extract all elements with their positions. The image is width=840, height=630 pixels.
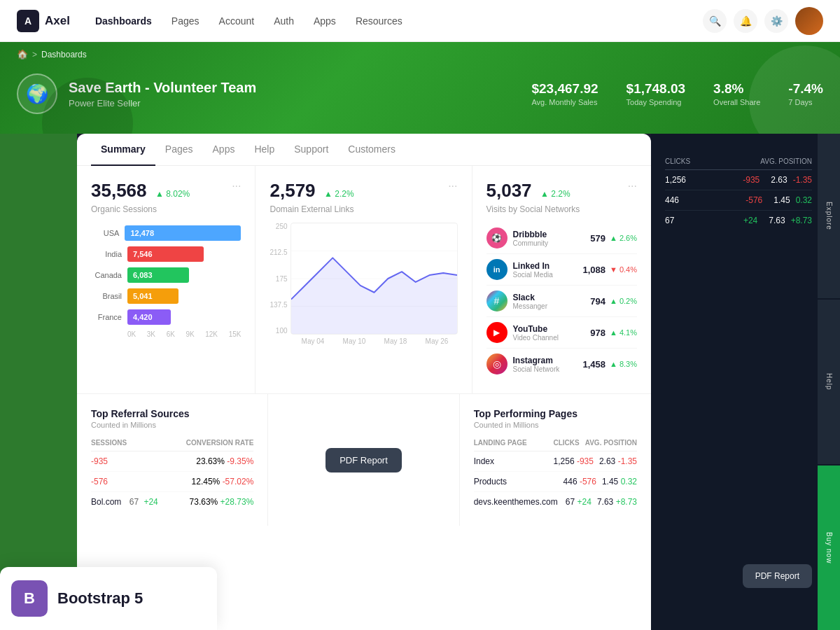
bar-usa: 12,478 <box>125 225 241 241</box>
organic-more[interactable]: ··· <box>232 180 241 192</box>
social-item-dribbble: ⚽ Dribbble Community 579 ▲ 2.6% <box>486 223 637 254</box>
pages-row-3: devs.keenthemes.com 67 +24 7.63 +8.73 <box>474 492 637 512</box>
bar-brasil: 5,041 <box>127 288 178 304</box>
buy-now-button[interactable]: Buy now <box>818 465 840 630</box>
referral-name: Bol.com <box>91 497 121 507</box>
nav-pages[interactable]: Pages <box>172 15 200 27</box>
referral-row-2: -576 12.45% -57.02% <box>91 472 253 492</box>
bootstrap-badge: B Bootstrap 5 <box>0 567 217 630</box>
social-more[interactable]: ··· <box>628 180 637 192</box>
bar-india: 7,546 <box>127 246 204 262</box>
tab-summary[interactable]: Summary <box>91 134 155 166</box>
referral-row-1: -935 23.63% -9.35% <box>91 451 253 472</box>
dark-pages-table: CLICKS AVG. POSITION 1,256 -935 2.63 -1.… <box>651 134 840 244</box>
linkedin-change: ▼ 0.4% <box>610 265 637 274</box>
breadcrumb-separator: > <box>32 50 37 59</box>
pdf-report-button[interactable]: PDF Report <box>326 448 402 472</box>
country-france: France <box>91 313 122 321</box>
links-more[interactable]: ··· <box>448 180 457 192</box>
slack-change: ▲ 0.2% <box>610 297 637 305</box>
stat-label-7days: 7 Days <box>788 98 823 106</box>
dribbble-icon: ⚽ <box>486 227 507 248</box>
breadcrumb: 🏠 > Dashboards <box>0 42 840 66</box>
explore-button[interactable]: Explore <box>818 134 840 298</box>
nav-apps[interactable]: Apps <box>314 15 336 27</box>
notification-icon[interactable]: 🔔 <box>734 9 757 33</box>
stat-overall-share: 3.8% Overall Share <box>713 81 760 106</box>
axis-3k: 3K <box>147 330 155 338</box>
pages-row-1: Index 1,256 -935 2.63 -1.35 <box>474 451 637 472</box>
tab-customers[interactable]: Customers <box>338 134 405 166</box>
instagram-type: Social Network <box>513 365 583 373</box>
stat-label-share: Overall Share <box>713 98 760 106</box>
organic-label: Organic Sessions <box>91 204 190 214</box>
slack-visits: 794 <box>590 296 606 307</box>
youtube-name: YouTube <box>513 324 591 334</box>
settings-icon[interactable]: ⚙️ <box>764 9 788 33</box>
axis-12k: 12K <box>205 330 218 338</box>
team-info: Save Earth - Volunteer Team Power Elite … <box>69 80 256 108</box>
axis-0k: 0K <box>127 330 136 338</box>
nav-resources[interactable]: Resources <box>356 15 402 27</box>
nav-account[interactable]: Account <box>219 15 255 27</box>
team-logo: 🌍 <box>17 74 57 114</box>
bar-row-usa: USA 12,478 <box>91 225 241 241</box>
tab-apps[interactable]: Apps <box>203 134 245 166</box>
performing-subtitle: Counted in Millions <box>474 421 637 429</box>
country-india: India <box>91 250 122 258</box>
instagram-visits: 1,458 <box>582 359 606 370</box>
social-list: ⚽ Dribbble Community 579 ▲ 2.6% in <box>486 223 637 379</box>
left-bg: B Bootstrap 5 <box>0 134 77 630</box>
referral-col: Top Referral Sources Counted in Millions… <box>77 394 268 526</box>
referral-row-3: Bol.com 67 +24 73.63% +28.73% <box>91 492 253 512</box>
instagram-icon: ◎ <box>486 354 507 374</box>
organic-sessions-col: 35,568 ▲ 8.02% Organic Sessions ··· USA … <box>77 166 255 393</box>
external-links-col: 2,579 ▲ 2.2% Domain External Links ··· 2… <box>255 166 472 393</box>
links-label: Domain External Links <box>270 204 354 214</box>
bar-row-india: India 7,546 <box>91 246 241 262</box>
tab-support[interactable]: Support <box>284 134 338 166</box>
social-item-slack: # Slack Messanger 794 ▲ 0.2% <box>486 286 637 317</box>
youtube-visits: 978 <box>590 328 606 338</box>
tab-help[interactable]: Help <box>244 134 284 166</box>
bar-row-brasil: Brasil 5,041 <box>91 288 241 304</box>
organic-value: 35,568 <box>91 180 147 201</box>
tab-pages[interactable]: Pages <box>155 134 203 166</box>
dribbble-name: Dribbble <box>513 230 591 239</box>
bootstrap-icon: B <box>11 580 48 617</box>
bottom-row: Top Referral Sources Counted in Millions… <box>77 394 651 526</box>
performing-title: Top Performing Pages <box>474 408 637 419</box>
axis-6k: 6K <box>167 330 175 338</box>
performing-col: Top Performing Pages Counted in Millions… <box>460 394 651 526</box>
user-avatar[interactable] <box>795 7 823 35</box>
instagram-change: ▲ 8.3% <box>610 360 637 368</box>
white-card: Summary Pages Apps Help Support Customer… <box>77 134 651 630</box>
links-value: 2,579 <box>270 180 315 201</box>
links-change: ▲ 2.2% <box>324 189 354 199</box>
metrics-row: 35,568 ▲ 8.02% Organic Sessions ··· USA … <box>77 166 651 394</box>
page-wrapper: A Axel Dashboards Pages Account Auth App… <box>0 0 840 630</box>
header-stats: $23,467.92 Avg. Monthly Sales $1,748.03 … <box>531 81 823 106</box>
social-value: 5,037 <box>486 180 532 201</box>
nav-dashboards[interactable]: Dashboards <box>95 15 152 27</box>
home-icon[interactable]: 🏠 <box>17 49 28 59</box>
country-canada: Canada <box>91 271 122 279</box>
nav-links: Dashboards Pages Account Auth Apps Resou… <box>95 15 703 27</box>
referral-title: Top Referral Sources <box>91 408 253 419</box>
dark-right-panel: Explore Help Buy now PDF Report CLICKS A… <box>651 134 840 630</box>
dark-pdf-button[interactable]: PDF Report <box>743 564 812 588</box>
nav-auth[interactable]: Auth <box>274 15 294 27</box>
stat-label-spending: Today Spending <box>626 98 686 106</box>
bar-chart: USA 12,478 India 7,546 Canada 6,083 Br <box>91 225 241 338</box>
green-header: 🏠 > Dashboards 🌍 Save Earth - Volunteer … <box>0 42 840 134</box>
social-item-linkedin: in Linked In Social Media 1,088 ▼ 0.4% <box>486 254 637 286</box>
stat-value-spending: $1,748.03 <box>626 81 686 97</box>
axis-15k: 15K <box>229 330 241 338</box>
referral-subtitle: Counted in Millions <box>91 421 253 429</box>
social-networks-col: 5,037 ▲ 2.2% Visits by Social Networks ·… <box>472 166 651 393</box>
table-header-referral: SESSIONS CONVERSION RATE <box>91 439 253 451</box>
country-usa: USA <box>91 229 119 237</box>
search-icon[interactable]: 🔍 <box>703 9 727 33</box>
team-subtitle: Power Elite Seller <box>69 98 256 108</box>
help-button[interactable]: Help <box>818 300 840 464</box>
